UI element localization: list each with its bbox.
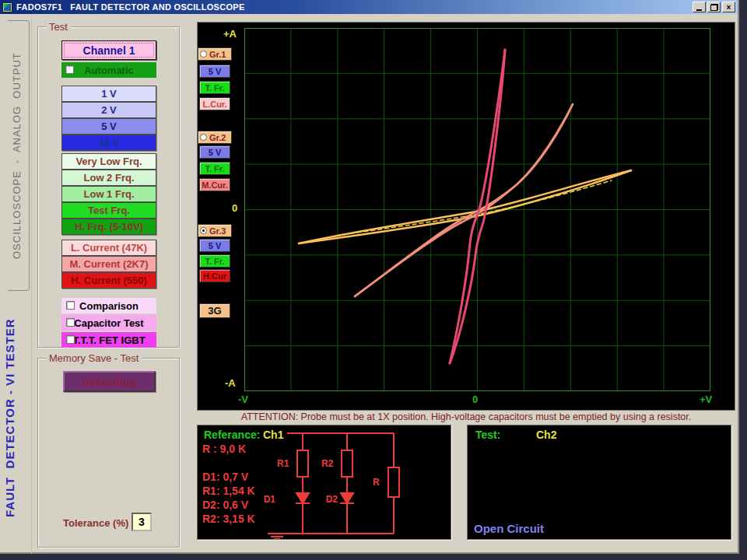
test-groupbox-legend: Test — [46, 21, 71, 33]
automatic-toggle[interactable]: Automatic — [61, 62, 156, 78]
gr3-tfr-button[interactable]: T. Fr. — [199, 254, 230, 268]
gr1-5v-button[interactable]: 5 V — [199, 65, 230, 78]
axis-label-plus-v: +V — [700, 394, 712, 405]
window-title: FADOS7F1 FAULT DETECTOR AND OSCILLOSCOPE — [16, 2, 245, 12]
axis-label-zero-bottom: 0 — [472, 394, 478, 405]
recording-button[interactable]: Recording — [63, 371, 156, 392]
test-result-panel: Test: Ch2 Open Circuit — [467, 425, 731, 540]
radio-gr1-label: Gr.1 — [209, 50, 226, 59]
ttt-fet-igbt-label: T.T.T. FET IGBT — [72, 334, 145, 346]
comparison-checkbox-row[interactable]: Comparison — [61, 298, 156, 313]
axis-label-minus-v: -V — [238, 394, 248, 405]
radio-gr2[interactable]: Gr.2 — [198, 131, 232, 144]
restore-button[interactable] — [707, 2, 721, 12]
oscilloscope-display: +A 0 -A -V 0 +V Gr.1 5 V T. Fr. L.Cur. G… — [197, 22, 735, 411]
axis-label-minus-a: -A — [225, 377, 236, 389]
freq-high-button[interactable]: H. Frq. (5-10V) — [61, 219, 156, 235]
test-result-label: Test: — [475, 429, 500, 441]
memory-save-groupbox: Memory Save - Test Recording Tolerance (… — [37, 358, 180, 548]
gr2-tfr-button[interactable]: T. Fr. — [199, 162, 230, 175]
test-groupbox: Test Channel 1 Automatic 1 V 2 V 5 V 10 … — [37, 26, 180, 348]
reference-r1-value: R1: 1,54 K — [202, 485, 255, 497]
app-icon — [2, 2, 12, 12]
freq-low2-button[interactable]: Low 2 Frq. — [61, 170, 156, 186]
reference-d2-value: D2: 0,6 V — [202, 499, 248, 511]
gr3-5v-button[interactable]: 5 V — [199, 239, 230, 252]
freq-very-low-button[interactable]: Very Low Frq. — [61, 153, 156, 170]
voltage-5v-button[interactable]: 5 V — [61, 118, 156, 135]
titlebar: FADOS7F1 FAULT DETECTOR AND OSCILLOSCOPE… — [0, 0, 738, 14]
freq-low1-button[interactable]: Low 1 Frq. — [61, 186, 156, 202]
capacitor-test-checkbox-row[interactable]: Capacitor Test — [61, 315, 156, 331]
radio-gr1[interactable]: Gr.1 — [198, 47, 232, 61]
circuit-label-r1: R1 — [277, 458, 289, 469]
tolerance-input[interactable] — [132, 513, 152, 531]
automatic-checkbox[interactable] — [65, 65, 74, 74]
3g-button[interactable]: 3G — [199, 303, 230, 318]
tolerance-label: Tolerance (%) — [63, 517, 128, 529]
gr1-lcur-button[interactable]: L.Cur. — [199, 97, 230, 110]
reference-label: Referance: — [204, 429, 260, 441]
voltage-10v-button[interactable]: 10 V — [61, 135, 156, 151]
axis-label-zero-left: 0 — [232, 202, 237, 214]
radio-gr3-dot — [200, 227, 207, 234]
minimize-icon — [696, 9, 702, 11]
current-high-button[interactable]: H. Current (550) — [61, 272, 156, 289]
reference-r-value: R : 9,0 K — [202, 443, 246, 455]
freq-test-button[interactable]: Test Frq. — [61, 202, 156, 219]
reference-d1-value: D1: 0,7 V — [202, 471, 248, 483]
reference-panel: Referance: Ch1 R : 9,0 K D1: 0,7 V R1: 1… — [197, 425, 451, 540]
circuit-label-d1: D1 — [264, 494, 276, 505]
radio-gr2-dot — [200, 134, 207, 141]
close-icon: × — [727, 3, 731, 12]
circuit-label-r2: R2 — [321, 458, 334, 469]
tab-oscilloscope-analog-output[interactable]: OSCILLOSCOPE - ANALOG OUTPUT — [8, 20, 30, 291]
gr2-5v-button[interactable]: 5 V — [199, 145, 230, 159]
current-medium-button[interactable]: M. Current (2K7) — [61, 256, 156, 272]
gr1-tfr-button[interactable]: T. Fr. — [199, 81, 230, 94]
capacitor-test-label: Capacitor Test — [74, 317, 143, 329]
ttt-fet-igbt-checkbox-row[interactable]: T.T.T. FET IGBT — [61, 332, 156, 348]
memory-save-legend: Memory Save - Test — [46, 352, 142, 364]
automatic-label: Automatic — [84, 65, 134, 76]
axis-label-plus-a: +A — [223, 28, 237, 40]
gr2-mcur-button[interactable]: M.Cur. — [199, 178, 230, 191]
tab-fault-detector-vi-tester[interactable]: FAULT DETECTOR - VI TESTER — [3, 289, 26, 546]
scope-plot — [244, 28, 710, 391]
current-low-button[interactable]: L. Current (47K) — [61, 240, 156, 256]
test-result-channel: Ch2 — [536, 429, 556, 441]
tab-page-edge — [31, 14, 32, 554]
comparison-checkbox[interactable] — [66, 301, 75, 310]
circuit-label-d2: D2 — [326, 494, 338, 505]
restore-icon — [710, 4, 718, 11]
gr3-hcur-button[interactable]: H.Cur — [199, 269, 230, 282]
app-window: FADOS7F1 FAULT DETECTOR AND OSCILLOSCOPE… — [0, 0, 739, 554]
test-result-status: Open Circuit — [474, 522, 544, 535]
radio-gr2-label: Gr.2 — [209, 133, 226, 142]
voltage-2v-button[interactable]: 2 V — [61, 102, 156, 118]
minimize-button[interactable] — [693, 2, 706, 12]
voltage-1v-button[interactable]: 1 V — [61, 86, 156, 102]
capacitor-test-checkbox[interactable] — [66, 318, 75, 327]
close-button[interactable]: × — [722, 2, 735, 12]
channel-1-button[interactable]: Channel 1 — [61, 40, 156, 60]
comparison-label: Comparison — [79, 300, 139, 312]
radio-gr3[interactable]: Gr.3 — [198, 224, 232, 237]
reference-r2-value: R2: 3,15 K — [202, 513, 255, 525]
radio-gr1-dot — [200, 51, 207, 58]
circuit-diagram: R1 R2 R D1 D2 — [254, 425, 448, 539]
circuit-label-r: R — [373, 477, 380, 488]
ttt-fet-igbt-checkbox[interactable] — [66, 335, 75, 344]
radio-gr3-label: Gr.3 — [209, 226, 226, 236]
attention-message: ATTENTION: Probe must be at 1X position.… — [197, 411, 735, 424]
